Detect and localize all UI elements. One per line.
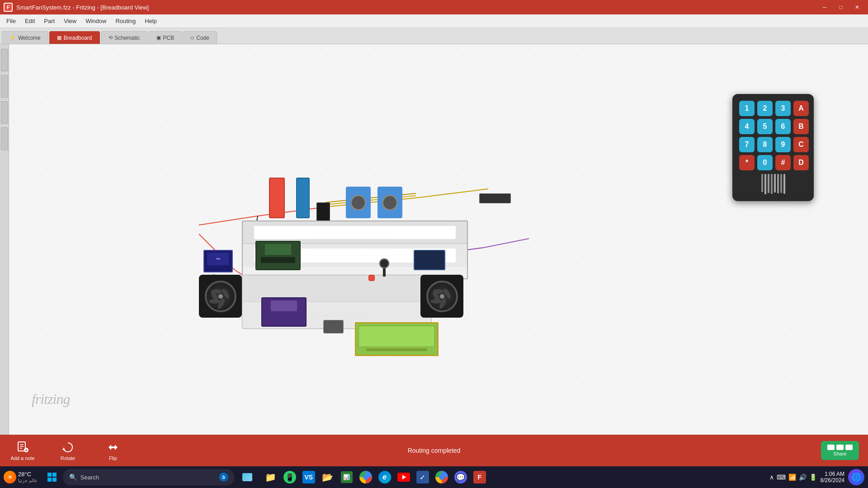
key-C[interactable]: C xyxy=(793,137,809,152)
menu-window[interactable]: Window xyxy=(81,16,111,26)
taskbar-whatsapp[interactable]: 📱 xyxy=(281,468,299,486)
key-5[interactable]: 5 xyxy=(757,119,773,134)
taskbar-apps: 📁 📱 VS 📂 📊 e ✓ xyxy=(262,468,489,486)
search-extras: b xyxy=(219,473,228,482)
svg-rect-32 xyxy=(52,473,57,477)
close-button[interactable]: ✕ xyxy=(850,3,864,12)
clock[interactable]: 1:06 AM 8/26/2024 xyxy=(821,471,844,483)
menu-part[interactable]: Part xyxy=(39,16,59,26)
potentiometer-right[interactable] xyxy=(377,187,402,218)
lcd-display[interactable] xyxy=(355,322,439,356)
key-A[interactable]: A xyxy=(793,101,809,116)
canvas-area[interactable]: fritzing Activate Windows Go to Settings… xyxy=(9,44,868,435)
key-4[interactable]: 4 xyxy=(739,119,755,134)
key-8[interactable]: 8 xyxy=(757,137,773,152)
left-panel-btn-3[interactable] xyxy=(1,101,8,124)
key-9[interactable]: 9 xyxy=(775,137,791,152)
tab-welcome[interactable]: ⚡ Welcome xyxy=(2,31,48,44)
tab-breadboard[interactable]: ▦ Breadboard xyxy=(49,31,100,44)
chevron-up-icon[interactable]: ∧ xyxy=(769,474,774,481)
taskbar-youtube[interactable] xyxy=(395,468,413,486)
minimize-button[interactable]: ─ xyxy=(817,3,832,12)
key-star[interactable]: * xyxy=(739,155,755,170)
key-B[interactable]: B xyxy=(793,119,809,134)
key-2[interactable]: 2 xyxy=(757,101,773,116)
left-panel xyxy=(0,44,9,435)
key-0[interactable]: 0 xyxy=(757,155,773,170)
toolbar-rotate[interactable]: Rotate xyxy=(54,440,81,461)
temp-sensor[interactable] xyxy=(377,258,391,277)
menu-file[interactable]: File xyxy=(2,16,20,26)
svg-text:+: + xyxy=(25,448,28,453)
taskbar-chrome2[interactable] xyxy=(433,468,451,486)
taskbar-edge[interactable]: e xyxy=(376,468,394,486)
small-lcd-left[interactable]: ■■ xyxy=(203,250,233,272)
start-button[interactable] xyxy=(43,469,61,485)
add-note-icon: + xyxy=(15,440,30,455)
notification-area[interactable]: 🌐 xyxy=(848,469,864,485)
task-view-button[interactable]: ⏤ xyxy=(238,468,256,486)
taskbar-vscode[interactable]: VS xyxy=(300,468,318,486)
module-right[interactable] xyxy=(414,250,445,270)
tab-pcb[interactable]: ▣ PCB xyxy=(149,31,182,44)
menu-routing[interactable]: Routing xyxy=(111,16,140,26)
taskbar-file-explorer[interactable]: 📁 xyxy=(262,468,280,486)
fritzing-logo: fritzing xyxy=(32,391,70,408)
tab-bar: ⚡ Welcome ▦ Breadboard ⟲ Schematic ▣ PCB… xyxy=(0,28,868,44)
maximize-button[interactable]: □ xyxy=(834,3,848,12)
wifi-icon[interactable]: 📶 xyxy=(788,474,796,481)
left-panel-btn-4[interactable] xyxy=(1,127,8,150)
taskbar-files[interactable]: 📂 xyxy=(319,468,337,486)
left-panel-btn-1[interactable] xyxy=(1,49,8,71)
fan-left[interactable] xyxy=(199,275,242,318)
window-title: SmartFanSystem.fzz - Fritzing - [Breadbo… xyxy=(16,4,817,11)
menu-help[interactable]: Help xyxy=(140,16,161,26)
battery-icon: 🔋 xyxy=(809,474,817,481)
system-icons: ∧ ⌨ 📶 🔊 🔋 xyxy=(769,474,817,481)
search-icon: 🔍 xyxy=(69,474,77,481)
tab-code[interactable]: ◇ Code xyxy=(183,31,217,44)
key-3[interactable]: 3 xyxy=(775,101,791,116)
volume-icon[interactable]: 🔊 xyxy=(799,474,807,481)
potentiometer-left[interactable] xyxy=(346,187,371,218)
toolbar-add-note[interactable]: + Add a note xyxy=(9,440,36,461)
taskbar-todo[interactable]: ✓ xyxy=(414,468,432,486)
key-1[interactable]: 1 xyxy=(739,101,755,116)
keyboard-icon: ⌨ xyxy=(777,474,786,481)
routing-status: Routing completed xyxy=(408,447,461,454)
time-display: 1:06 AM xyxy=(821,471,844,477)
taskbar-chrome[interactable] xyxy=(357,468,375,486)
schematic-icon: ⟲ xyxy=(108,35,113,41)
key-7[interactable]: 7 xyxy=(739,137,755,152)
svg-line-1 xyxy=(258,207,326,216)
left-panel-btn-2[interactable] xyxy=(1,75,8,98)
svg-line-12 xyxy=(484,239,529,248)
menu-view[interactable]: View xyxy=(59,16,81,26)
keypad: 1 2 3 A 4 5 6 B 7 8 9 C * 0 # D xyxy=(732,94,814,201)
menu-edit[interactable]: Edit xyxy=(20,16,39,26)
share-button[interactable]: Share xyxy=(821,441,859,460)
taskbar-search[interactable]: 🔍 Search b xyxy=(63,469,235,485)
esp32-left[interactable] xyxy=(255,241,301,270)
key-6[interactable]: 6 xyxy=(775,119,791,134)
red-sensor-dot[interactable] xyxy=(368,275,375,281)
taskbar-taskmanager[interactable]: 📊 xyxy=(338,468,356,486)
toolbar-flip[interactable]: Flip xyxy=(99,440,127,461)
tab-schematic[interactable]: ⟲ Schematic xyxy=(101,31,148,44)
flip-icon xyxy=(106,440,120,455)
sensor-red[interactable] xyxy=(269,178,285,218)
taskbar-discord[interactable]: 💬 xyxy=(452,468,470,486)
esp32-bottom[interactable] xyxy=(261,297,307,327)
fan-right[interactable] xyxy=(420,275,463,318)
key-hash[interactable]: # xyxy=(775,155,791,170)
weather-widget[interactable]: ☀ 28°C عالم جزئيا xyxy=(4,471,38,483)
search-text: Search xyxy=(80,474,99,481)
servo-motor[interactable] xyxy=(323,320,344,333)
breadboard-icon: ▦ xyxy=(57,35,61,41)
svg-line-7 xyxy=(326,196,416,205)
keypad-grid: 1 2 3 A 4 5 6 B 7 8 9 C * 0 # D xyxy=(739,101,807,170)
key-D[interactable]: D xyxy=(793,155,809,170)
keypad-cable-connector[interactable] xyxy=(479,193,511,203)
taskbar-fritzing[interactable]: F xyxy=(471,468,489,486)
sensor-blue[interactable] xyxy=(296,178,310,218)
